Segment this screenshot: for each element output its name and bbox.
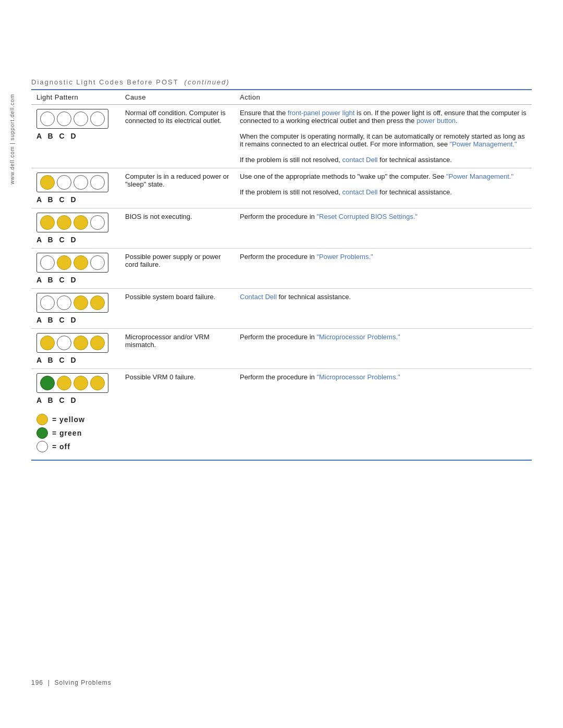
legend-off-label: = off [52,442,70,451]
light-label: A B C D [36,396,115,404]
light-label: A B C D [36,132,115,140]
action-cell: Perform the procedure in "Microprocessor… [235,329,532,369]
action-cell: Perform the procedure in "Reset Corrupte… [235,208,532,249]
action-cell: Perform the procedure in "Microprocessor… [235,369,532,409]
col-header-cause: Cause [120,90,235,105]
pattern-cell: A B C D [31,369,120,409]
table-row: A B C DComputer is in a reduced power or… [31,168,532,208]
table-row: A B C DPossible VRM 0 failure.Perform th… [31,369,532,409]
col-header-action: Action [235,90,532,105]
pattern-cell: A B C D [31,168,120,208]
light-indicator [40,336,55,350]
light-indicator [57,295,71,310]
lights-row [40,215,105,230]
table-row: A B C DMicroprocessor and/or VRM mismatc… [31,329,532,369]
cause-cell: Computer is in a reduced power or "sleep… [120,168,235,208]
page-title: Diagnostic Light Codes Before POST (cont… [31,78,532,86]
light-indicator [74,255,88,270]
light-indicator [57,336,71,350]
action-cell: Contact Dell for technical assistance. [235,289,532,329]
light-indicator [40,112,55,126]
lights-row [40,336,105,350]
cause-cell: Possible VRM 0 failure. [120,369,235,409]
lights-row [40,295,105,310]
sidebar-text: www.dell.com | support.dell.com [9,94,17,184]
cause-cell: Possible system board failure. [120,289,235,329]
light-box [36,333,108,353]
legend-green-icon [36,427,48,439]
light-indicator [40,175,55,190]
light-indicator [40,215,55,230]
light-indicator [57,175,71,190]
page-footer: 196 | Solving Problems [31,679,112,686]
light-indicator [57,112,71,126]
light-indicator [40,255,55,270]
light-indicator [57,215,71,230]
action-cell: Ensure that the front-panel power light … [235,105,532,168]
legend-off: = off [36,441,527,452]
page-wrapper: www.dell.com | support.dell.com Diagnost… [0,0,563,728]
light-indicator [74,295,88,310]
pattern-cell: A B C D [31,249,120,289]
light-indicator [90,255,105,270]
table-row: A B C DNormal off condition. Computer is… [31,105,532,168]
pattern-cell: A B C D [31,105,120,168]
legend-yellow: = yellow [36,414,527,425]
pattern-cell: A B C D [31,289,120,329]
table-row: A B C DPossible system board failure.Con… [31,289,532,329]
light-indicator [57,376,71,390]
light-indicator [90,112,105,126]
main-content: Diagnostic Light Codes Before POST (cont… [31,0,532,461]
light-indicator [74,376,88,390]
action-cell: Use one of the appropriate methods to "w… [235,168,532,208]
table-row: A B C DBIOS is not executing.Perform the… [31,208,532,249]
lights-row [40,112,105,126]
light-box [36,293,108,313]
legend: = yellow = green = off [31,409,532,461]
light-label: A B C D [36,356,115,364]
light-indicator [90,295,105,310]
light-label: A B C D [36,236,115,244]
legend-yellow-label: = yellow [52,415,85,424]
light-label: A B C D [36,276,115,284]
light-indicator [90,215,105,230]
light-box [36,109,108,129]
light-indicator [90,175,105,190]
light-label: A B C D [36,316,115,324]
light-label: A B C D [36,195,115,204]
legend-yellow-icon [36,414,48,425]
col-header-pattern: Light Pattern [31,90,120,105]
cause-cell: BIOS is not executing. [120,208,235,249]
light-box [36,213,108,232]
light-box [36,253,108,273]
light-box [36,172,108,192]
legend-green: = green [36,427,527,439]
table-row: A B C DPossible power supply or power co… [31,249,532,289]
light-indicator [90,376,105,390]
light-indicator [40,376,55,390]
pattern-cell: A B C D [31,208,120,249]
action-cell: Perform the procedure in "Power Problems… [235,249,532,289]
legend-green-label: = green [52,429,82,437]
light-indicator [74,336,88,350]
legend-off-icon [36,441,48,452]
light-indicator [40,295,55,310]
diagnostic-table: Light Pattern Cause Action A B C DNormal… [31,89,532,409]
light-box [36,373,108,393]
cause-cell: Microprocessor and/or VRM mismatch. [120,329,235,369]
light-indicator [74,175,88,190]
cause-cell: Possible power supply or power cord fail… [120,249,235,289]
cause-cell: Normal off condition. Computer is connec… [120,105,235,168]
lights-row [40,255,105,270]
light-indicator [74,215,88,230]
light-indicator [57,255,71,270]
lights-row [40,376,105,390]
pattern-cell: A B C D [31,329,120,369]
light-indicator [74,112,88,126]
lights-row [40,175,105,190]
light-indicator [90,336,105,350]
